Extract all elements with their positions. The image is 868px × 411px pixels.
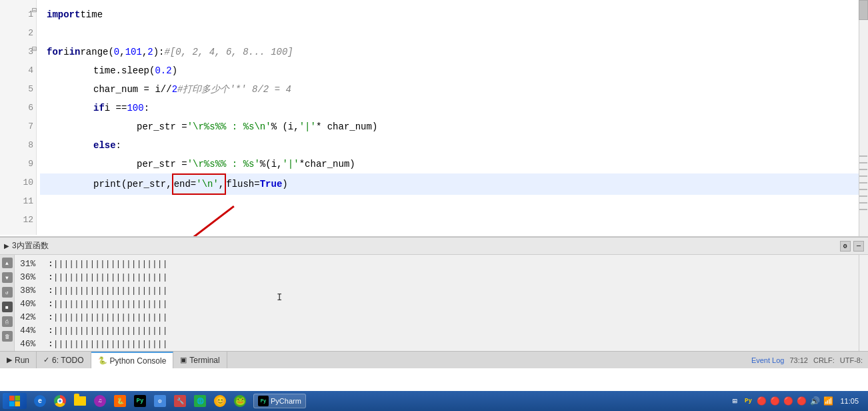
code-line-2: for i in range(0, 101, 2): #[0, 2, 4, 6,… xyxy=(40,43,868,61)
tab-run-label: Run xyxy=(15,356,29,365)
pct-2: 36% xyxy=(20,271,48,284)
scrollbar-thumb[interactable] xyxy=(859,0,868,20)
output-line-5: 42% : |||||||||||||||||||||| xyxy=(20,311,863,324)
bottom-panel: ▶ 3内置函数 ⚙ — ▲ ▼ ↺ ■ ⎙ 🗑 31% : ||||||||||… xyxy=(0,237,868,368)
pct-7: 46% xyxy=(20,338,48,351)
code-line-8: per_str = '\r%s%% : %s'%(i,'|'*char_num) xyxy=(40,155,868,173)
pct-1: 31% xyxy=(20,258,48,271)
snake-button[interactable]: 🐍 xyxy=(111,393,129,409)
settings-button[interactable]: ⚙ xyxy=(840,241,851,252)
run-icon: ▶ xyxy=(7,356,12,364)
tray-icon-1[interactable]: ⊞ xyxy=(729,396,740,406)
pct-5: 42% xyxy=(20,311,48,324)
code-line-7: else: xyxy=(40,136,868,155)
tray-icon-6[interactable]: 🔊 xyxy=(809,396,820,406)
media-button[interactable]: ♫ xyxy=(91,393,109,409)
network-button[interactable]: 🌐 xyxy=(191,393,209,409)
settings-button[interactable]: ⚙ xyxy=(151,393,169,409)
tray-icon-7[interactable]: 📶 xyxy=(823,396,833,406)
tray-py[interactable]: Py xyxy=(743,396,753,406)
panel-controls: ⚙ — xyxy=(840,241,864,252)
print-icon[interactable]: ⎙ xyxy=(2,316,13,327)
bars-1: |||||||||||||||||||||| xyxy=(53,258,168,271)
fold-icon-for[interactable]: ⊟ xyxy=(32,44,37,54)
output-line-2: 36% : |||||||||||||||||||||| xyxy=(20,271,863,284)
tools-button[interactable]: 🔧 xyxy=(171,393,189,409)
active-app-label: PyCharm xyxy=(271,397,301,405)
panel-title-text: 3内置函数 xyxy=(12,240,49,252)
bars-2: |||||||||||||||||||||| xyxy=(53,271,168,284)
tab-todo-label: 6: TODO xyxy=(52,356,84,365)
tab-terminal[interactable]: ▣ Terminal xyxy=(173,352,227,368)
editor-scrollbar[interactable] xyxy=(859,0,868,237)
svg-rect-3 xyxy=(15,396,21,401)
code-line-1: import time xyxy=(40,5,868,24)
system-tray: ⊞ Py 🔴 🔴 🔴 🔴 🔊 📶 11:05 xyxy=(729,396,865,406)
output-line-6: 44% : |||||||||||||||||||||| xyxy=(20,324,863,338)
output-line-7: 46% : |||||||||||||||||||||| xyxy=(20,338,863,351)
tab-bar: ▶ Run ✓ 6: TODO 🐍 Python Console ▣ Termi… xyxy=(0,351,868,368)
tab-terminal-label: Terminal xyxy=(189,356,219,365)
tray-icon-2[interactable]: 🔴 xyxy=(756,396,767,406)
code-line-4: char_num = i//2 #打印多少个'*' 8/2 = 4 xyxy=(40,80,868,99)
output-content: 31% : |||||||||||||||||||||| 36% : |||||… xyxy=(0,255,868,352)
todo-icon: ✓ xyxy=(43,356,49,364)
event-log-link[interactable]: Event Log xyxy=(751,356,785,364)
pct-4: 40% xyxy=(20,298,48,311)
svg-rect-2 xyxy=(9,396,15,401)
tray-icon-5[interactable]: 🔴 xyxy=(796,396,807,406)
output-line-1: 31% : |||||||||||||||||||||| xyxy=(20,258,863,271)
cursor-pos: I xyxy=(277,291,282,304)
rerun-icon[interactable]: ↺ xyxy=(2,287,13,298)
code-content[interactable]: import time for i in range(0, 101, 2): #… xyxy=(0,0,868,200)
pct-3: 38% xyxy=(20,284,48,298)
bottom-scrollbar[interactable] xyxy=(859,255,868,352)
frog-button[interactable]: 🐸 xyxy=(231,393,249,409)
position-info: 73:12 xyxy=(789,356,808,364)
status-info: Event Log 73:12 CRLF: UTF-8: xyxy=(746,352,868,368)
python-icon: 🐍 xyxy=(98,356,107,365)
emoji-button[interactable]: 😊 xyxy=(211,393,229,409)
panel-title: ▶ 3内置函数 xyxy=(4,240,49,252)
bars-6: |||||||||||||||||||||| xyxy=(53,324,168,338)
minimize-button[interactable]: — xyxy=(853,241,864,252)
svg-rect-5 xyxy=(15,402,21,407)
up-arrow-icon[interactable]: ▲ xyxy=(2,258,13,268)
tab-python-console[interactable]: 🐍 Python Console xyxy=(91,352,174,368)
pct-6: 44% xyxy=(20,324,48,338)
ie-button[interactable]: e xyxy=(31,393,49,409)
windows-logo xyxy=(9,395,21,407)
code-line-6: per_str = '\r%s%% : %s\n' % (i, '|' * ch… xyxy=(40,117,868,136)
taskbar: e ♫ 🐍 Py ⚙ 🔧 🌐 xyxy=(0,391,868,411)
panel-icon: ▶ xyxy=(4,242,9,250)
code-line-blank xyxy=(40,24,868,43)
delete-icon[interactable]: 🗑 xyxy=(2,331,13,342)
output-line-3: 38% : |||||||||||||||||||||| xyxy=(20,284,863,298)
terminal-icon: ▣ xyxy=(180,356,187,364)
pycharm-button[interactable]: Py xyxy=(131,393,149,409)
fold-icon-import[interactable]: ⊟ xyxy=(32,5,37,15)
bars-7: |||||||||||||||||||||| xyxy=(53,338,168,351)
line-ending-info: CRLF: xyxy=(813,356,835,364)
bars-3: |||||||||||||||||||||| xyxy=(53,284,168,298)
bars-5: |||||||||||||||||||||| xyxy=(53,311,168,324)
panel-header: ▶ 3内置函数 ⚙ — xyxy=(0,238,868,255)
svg-line-1 xyxy=(155,206,234,236)
folder-button[interactable] xyxy=(71,393,89,409)
stop-icon[interactable]: ■ xyxy=(2,302,13,312)
start-button[interactable] xyxy=(3,393,27,409)
tab-run[interactable]: ▶ Run xyxy=(0,352,37,368)
tray-icon-4[interactable]: 🔴 xyxy=(783,396,793,406)
active-app-pycharm[interactable]: Py PyCharm xyxy=(253,394,306,408)
tab-todo[interactable]: ✓ 6: TODO xyxy=(37,352,91,368)
panel-left-sidebar: ▲ ▼ ↺ ■ ⎙ 🗑 xyxy=(0,255,15,352)
chrome-button[interactable] xyxy=(51,393,69,409)
svg-rect-4 xyxy=(9,402,15,407)
code-line-3: time.sleep(0.2) xyxy=(40,61,868,80)
code-editor: 1 2 3 4 5 6 7 8 9 10 11 12 import time f… xyxy=(0,0,868,237)
output-line-4: 40% : |||||||||||||||||||||| xyxy=(20,298,863,311)
encoding-info: UTF-8: xyxy=(840,356,863,364)
tab-python-console-label: Python Console xyxy=(110,356,167,366)
tray-icon-3[interactable]: 🔴 xyxy=(769,396,780,406)
down-arrow-icon[interactable]: ▼ xyxy=(2,272,13,283)
